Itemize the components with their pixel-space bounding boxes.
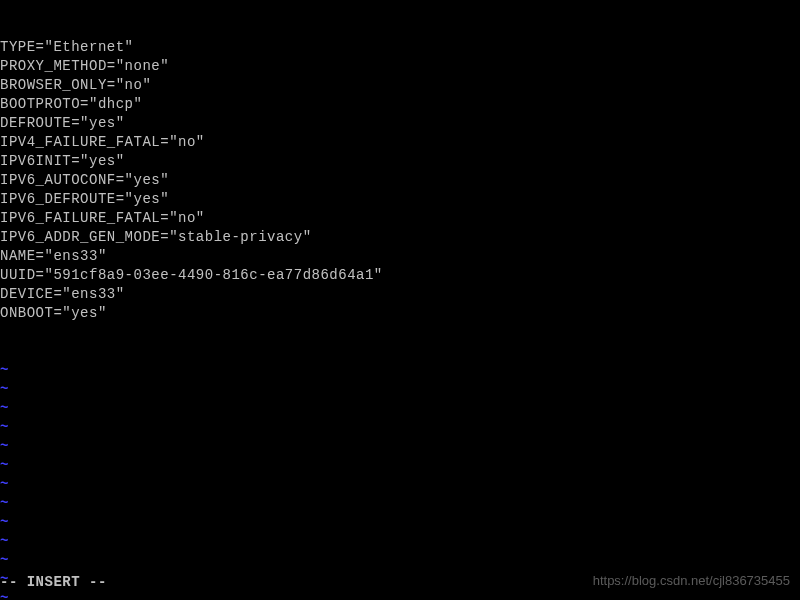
empty-line-tilde: ~ [0,475,800,494]
config-line[interactable]: TYPE="Ethernet" [0,38,800,57]
config-line[interactable]: IPV6_ADDR_GEN_MODE="stable-privacy" [0,228,800,247]
config-line[interactable]: BOOTPROTO="dhcp" [0,95,800,114]
config-line[interactable]: DEFROUTE="yes" [0,114,800,133]
config-line[interactable]: ONBOOT="yes" [0,304,800,323]
config-line[interactable]: IPV6_DEFROUTE="yes" [0,190,800,209]
empty-line-tilde: ~ [0,361,800,380]
empty-lines: ~~~~~~~~~~~~~~~ [0,361,800,600]
empty-line-tilde: ~ [0,437,800,456]
watermark: https://blog.csdn.net/cjl836735455 [593,571,790,590]
empty-line-tilde: ~ [0,494,800,513]
config-content[interactable]: TYPE="Ethernet"PROXY_METHOD="none"BROWSE… [0,38,800,323]
empty-line-tilde: ~ [0,551,800,570]
config-line[interactable]: UUID="591cf8a9-03ee-4490-816c-ea77d86d64… [0,266,800,285]
empty-line-tilde: ~ [0,532,800,551]
empty-line-tilde: ~ [0,380,800,399]
config-line[interactable]: DEVICE="ens33" [0,285,800,304]
empty-line-tilde: ~ [0,589,800,600]
empty-line-tilde: ~ [0,456,800,475]
config-line[interactable]: BROWSER_ONLY="no" [0,76,800,95]
empty-line-tilde: ~ [0,418,800,437]
config-line[interactable]: IPV6_FAILURE_FATAL="no" [0,209,800,228]
empty-line-tilde: ~ [0,513,800,532]
config-line[interactable]: NAME="ens33" [0,247,800,266]
vim-editor[interactable]: TYPE="Ethernet"PROXY_METHOD="none"BROWSE… [0,0,800,600]
config-line[interactable]: IPV6_AUTOCONF="yes" [0,171,800,190]
config-line[interactable]: IPV6INIT="yes" [0,152,800,171]
empty-line-tilde: ~ [0,399,800,418]
vim-status-bar: -- INSERT -- [0,573,107,592]
config-line[interactable]: PROXY_METHOD="none" [0,57,800,76]
config-line[interactable]: IPV4_FAILURE_FATAL="no" [0,133,800,152]
